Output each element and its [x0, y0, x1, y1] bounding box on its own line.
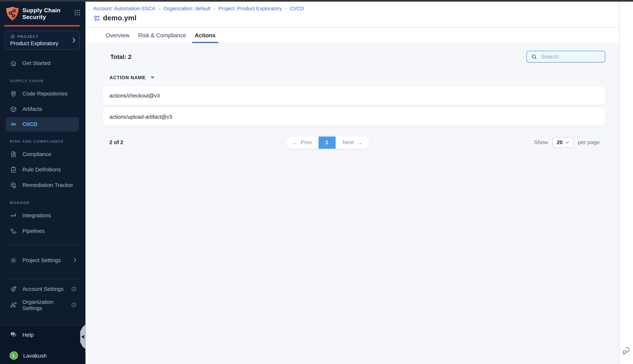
breadcrumb-organization-link[interactable]: Organization: default — [163, 6, 210, 11]
sidebar-item-label: Get Started — [22, 60, 50, 66]
table-row[interactable]: actions/upload-artifact@v3 — [103, 107, 605, 126]
breadcrumb-account-link[interactable]: Account: Automation-SSCA — [93, 6, 155, 11]
code-repo-icon — [10, 90, 17, 97]
tab-risk-compliance[interactable]: Risk & Compliance — [138, 28, 186, 43]
breadcrumb: Account: Automation-SSCA › Organization:… — [93, 5, 619, 11]
sidebar-item-label: Account Settings — [22, 286, 64, 292]
pipelines-icon — [10, 227, 17, 235]
app-grid-icon[interactable] — [74, 9, 81, 16]
sidebar-item-label: Integrations — [22, 212, 51, 218]
sidebar-item-project-settings[interactable]: Project Settings — [0, 252, 85, 268]
action-name-header[interactable]: ACTION NAME — [109, 75, 145, 80]
project-selector[interactable]: PROJECT Product Exploratory — [5, 31, 80, 50]
table-column-header: ACTION NAME — [109, 75, 605, 80]
collapse-arrow-icon — [81, 335, 84, 339]
chat-bubbles-icon[interactable] — [622, 346, 631, 355]
layers-gear-icon — [10, 285, 17, 293]
shield-logo-icon — [6, 6, 19, 21]
user-name: Lavakush — [23, 352, 47, 358]
sidebar-item-label: Code Repositories — [22, 90, 68, 96]
page-title: demo.yml — [103, 14, 136, 22]
project-name: Product Exploratory — [10, 40, 69, 46]
arrow-right-icon: → — [357, 139, 362, 146]
tab-overview[interactable]: Overview — [106, 28, 129, 43]
rule-definitions-icon — [10, 166, 17, 173]
section-label-risk-compliance: RISK AND COMPLIANCE — [10, 139, 85, 143]
help-button[interactable]: ? Help — [0, 327, 85, 342]
current-page-button[interactable]: 1 — [318, 136, 335, 148]
tab-bar: Overview Risk & Compliance Actions — [85, 28, 619, 43]
search-input[interactable] — [540, 53, 597, 60]
sidebar-divider — [5, 245, 81, 245]
sidebar-item-remediation-tracker[interactable]: Remediation Tracker — [0, 178, 85, 193]
avatar: L — [10, 352, 18, 360]
brand-header: Supply Chain Security — [6, 6, 81, 21]
chevron-down-icon — [565, 141, 569, 144]
prev-page-button[interactable]: ← Prev — [286, 136, 318, 148]
page-size-select[interactable]: 20 — [552, 137, 573, 148]
sidebar-item-pipelines[interactable]: Pipelines — [0, 223, 85, 238]
actions-content: Total: 2 ACTION NAME actions/checkout@v3 — [85, 44, 619, 364]
breadcrumb-project-link[interactable]: Project: Product Exploratory — [219, 6, 282, 11]
page-size-value: 20 — [557, 140, 563, 146]
info-icon[interactable] — [71, 302, 77, 308]
sidebar-item-label: Pipelines — [22, 228, 45, 234]
sidebar-item-label: CI/CD — [22, 121, 37, 127]
info-icon[interactable] — [71, 286, 77, 292]
sidebar-item-get-started[interactable]: Get Started — [0, 56, 85, 71]
search-box — [526, 51, 605, 63]
page-header: Account: Automation-SSCA › Organization:… — [85, 2, 619, 43]
right-gutter — [619, 2, 633, 364]
sidebar-footer: ? Help L Lavakush — [0, 325, 85, 364]
show-label: Show — [534, 140, 548, 146]
chevron-separator-icon: › — [159, 6, 160, 11]
compliance-icon — [10, 150, 17, 158]
sidebar-item-label: Project Settings — [22, 257, 61, 263]
window-top-strip — [0, 0, 633, 2]
action-name-cell: actions/upload-artifact@v3 — [109, 114, 172, 120]
sidebar-item-compliance[interactable]: Compliance — [0, 146, 85, 162]
chevron-right-icon — [72, 38, 76, 42]
cube-icon — [10, 34, 15, 39]
sidebar-item-account-settings[interactable]: Account Settings — [0, 281, 85, 297]
brand-accent-divider — [4, 25, 80, 26]
sidebar-item-organization-settings[interactable]: Organization Settings — [0, 297, 85, 312]
gear-icon — [10, 257, 17, 264]
next-label: Next — [342, 140, 354, 146]
svg-text:?: ? — [12, 332, 14, 335]
sidebar-item-integrations[interactable]: Integrations — [0, 208, 85, 223]
action-name-cell: actions/checkout@v3 — [109, 92, 160, 98]
sidebar-item-label: Remediation Tracker — [22, 182, 73, 188]
pagination-bar: 2 of 2 ← Prev 1 Next → Show 20 — [103, 136, 605, 148]
per-page-label: per page — [578, 140, 600, 146]
help-chat-icon: ? — [10, 331, 17, 338]
sidebar-item-rule-definitions[interactable]: Rule Definitions — [0, 162, 85, 177]
user-menu[interactable]: L Lavakush — [0, 348, 85, 363]
page-size-control: Show 20 per page — [534, 137, 600, 148]
org-gear-icon — [10, 301, 17, 308]
pager: ← Prev 1 Next → — [286, 136, 370, 148]
table-row[interactable]: actions/checkout@v3 — [103, 86, 605, 105]
chevron-right-icon — [74, 258, 77, 262]
sidebar-item-label: Organization Settings — [22, 299, 66, 311]
help-label: Help — [22, 332, 34, 338]
home-icon — [10, 60, 17, 67]
breadcrumb-cicd-link[interactable]: CI/CD — [290, 6, 304, 11]
tab-actions[interactable]: Actions — [195, 28, 216, 43]
sidebar-item-cicd[interactable]: CI/CD — [6, 117, 79, 132]
app-root: Supply Chain Security PROJECT — [0, 0, 633, 364]
sidebar-item-code-repositories[interactable]: Code Repositories — [0, 86, 85, 101]
sidebar-item-artifacts[interactable]: Artifacts — [0, 101, 85, 117]
sidebar-item-label: Rule Definitions — [22, 167, 61, 173]
search-icon — [531, 54, 537, 60]
cicd-icon — [10, 120, 17, 128]
sidebar: Supply Chain Security PROJECT — [0, 0, 85, 364]
section-label-supply-chain: SUPPLY CHAIN — [10, 78, 85, 83]
sort-desc-icon[interactable] — [150, 76, 154, 79]
next-page-button[interactable]: Next → — [335, 136, 370, 148]
breadcrumb-title-block: Account: Automation-SSCA › Organization:… — [85, 2, 619, 28]
main-area: Account: Automation-SSCA › Organization:… — [85, 2, 633, 364]
artifacts-icon — [10, 105, 17, 113]
chevron-separator-icon: › — [285, 6, 287, 11]
page-summary: 2 of 2 — [109, 140, 123, 146]
